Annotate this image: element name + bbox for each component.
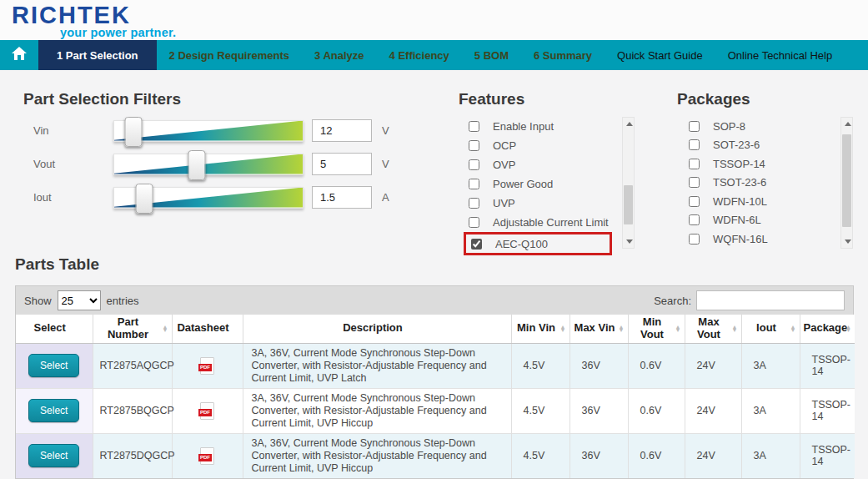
package-wqfn-16l-checkbox[interactable] (689, 234, 700, 245)
page-header: RICHTEK your power partner. (0, 0, 868, 40)
search-label: Search: (654, 295, 691, 307)
packages-scroll-thumb[interactable] (842, 134, 851, 227)
col-package[interactable]: Package (800, 315, 855, 343)
packages-list: SOP-8 SOT-23-6 TSSOP-14 TSOT-23-6 WDFN-1… (677, 117, 840, 249)
feature-uvp-checkbox[interactable] (469, 198, 479, 209)
packages-scrollbar[interactable] (840, 117, 853, 249)
col-max-vin[interactable]: Max Vin (569, 315, 628, 343)
link-quick-start-guide[interactable]: Quick Start Guide (605, 40, 715, 70)
col-part-number[interactable]: Part Number (93, 315, 172, 343)
table-header-row: Select Part Number Datasheet Description… (16, 315, 855, 343)
vin-slider[interactable] (113, 120, 304, 142)
vout-value-input[interactable] (312, 153, 372, 175)
max-vin-cell: 36V (569, 343, 628, 388)
scroll-up-icon[interactable] (841, 118, 852, 130)
tab-summary[interactable]: 6 Summary (521, 40, 605, 70)
packages-scroll-track[interactable] (841, 130, 852, 235)
vin-unit: V (382, 124, 389, 137)
package-tssop-14-checkbox[interactable] (689, 159, 700, 169)
feature-aec-q100-checkbox[interactable] (471, 239, 482, 250)
link-online-technical-help[interactable]: Online Technical Help (715, 40, 845, 70)
iout-filter-row: Iout A (23, 186, 389, 209)
parts-table: Select Part Number Datasheet Description… (16, 315, 855, 478)
iout-slider-handle[interactable] (136, 184, 153, 214)
feature-adjustable-current-limit: Adjustable Current Limit (459, 213, 622, 232)
feature-ocp-checkbox[interactable] (469, 140, 479, 151)
max-vout-cell: 24V (685, 433, 741, 478)
select-button[interactable]: Select (28, 444, 79, 467)
search-input[interactable] (696, 290, 845, 310)
vout-slider-handle[interactable] (188, 150, 206, 180)
package-sop-8: SOP-8 (677, 117, 840, 136)
iout-value-input[interactable] (312, 186, 372, 209)
logo-text: RICHTEK (12, 3, 176, 28)
tab-efficiency[interactable]: 4 Efficiency (377, 40, 462, 70)
feature-aec-q100: AEC-Q100 (471, 234, 610, 253)
features-scroll-track[interactable] (623, 130, 634, 235)
package-tsot-23-6: TSOT-23-6 (677, 174, 840, 193)
iout-cell: 3A (741, 388, 800, 433)
vin-slider-handle[interactable] (124, 117, 142, 147)
vin-label: Vin (23, 124, 113, 137)
max-vout-cell: 24V (685, 343, 741, 388)
entries-select[interactable]: 25 (58, 290, 101, 310)
logo-tagline: your power partner. (60, 27, 176, 39)
tab-design-requirements[interactable]: 2 Design Requirements (157, 40, 303, 70)
tab-analyze[interactable]: 3 Analyze (302, 40, 377, 70)
package-wdfn-10l-checkbox[interactable] (689, 196, 700, 207)
feature-power-good-checkbox[interactable] (469, 179, 479, 189)
package-label: SOP-8 (713, 120, 745, 133)
sort-icon (790, 325, 796, 333)
col-max-vout[interactable]: Max Vout (685, 315, 741, 343)
feature-uvp: UVP (459, 194, 622, 213)
select-button[interactable]: Select (28, 354, 79, 377)
scroll-up-icon[interactable] (623, 118, 634, 130)
sort-icon (732, 325, 738, 333)
sort-icon (560, 325, 566, 333)
vin-value-input[interactable] (312, 119, 372, 142)
package-sop-8-checkbox[interactable] (689, 121, 700, 132)
feature-adjustable-current-limit-checkbox[interactable] (469, 217, 479, 228)
package-label: WDFN-6L (713, 214, 761, 226)
feature-ovp: OVP (459, 155, 622, 174)
package-wdfn-6l-checkbox[interactable] (689, 214, 700, 225)
col-iout[interactable]: Iout (741, 315, 800, 343)
iout-cell: 3A (741, 343, 800, 388)
col-min-vout[interactable]: Min Vout (628, 315, 685, 343)
part-selection-filters: Part Selection Filters Vin V Vout V Iout (23, 90, 389, 209)
package-sot-23-6: SOT-23-6 (677, 136, 840, 155)
min-vin-cell: 4.5V (511, 343, 569, 388)
vout-slider[interactable] (113, 154, 304, 175)
col-min-vin[interactable]: Min Vin (511, 315, 569, 343)
sort-icon (675, 325, 681, 333)
feature-enable-input-checkbox[interactable] (469, 121, 479, 132)
entries-label: entries (107, 295, 139, 307)
vout-unit: V (382, 158, 389, 170)
feature-label: OVP (493, 159, 515, 171)
feature-label: OCP (493, 139, 516, 152)
table-toolbar: Show 25 entries Search: (16, 286, 853, 315)
select-button[interactable]: Select (28, 399, 79, 422)
feature-label: Power Good (493, 178, 553, 190)
features-scroll-thumb[interactable] (624, 185, 633, 225)
package-sot-23-6-checkbox[interactable] (689, 139, 700, 150)
min-vin-cell: 4.5V (511, 433, 569, 478)
pdf-icon[interactable]: PDF (200, 447, 214, 465)
pdf-icon[interactable]: PDF (200, 402, 214, 420)
iout-slider[interactable] (113, 187, 304, 209)
feature-power-good: Power Good (459, 174, 622, 194)
tab-part-selection[interactable]: 1 Part Selection (38, 40, 157, 70)
parts-table-title: Parts Table (15, 255, 854, 274)
description-cell: 3A, 36V, Current Mode Synchronous Step-D… (243, 388, 511, 433)
features-scrollbar[interactable] (622, 117, 635, 249)
home-button[interactable] (0, 40, 38, 70)
feature-ovp-checkbox[interactable] (469, 159, 479, 170)
iout-unit: A (382, 191, 389, 204)
scroll-down-icon[interactable] (623, 235, 634, 248)
scroll-down-icon[interactable] (841, 235, 852, 248)
package-tsot-23-6-checkbox[interactable] (689, 177, 700, 188)
min-vout-cell: 0.6V (628, 433, 685, 478)
table-row: Select RT2875BQGCP PDF 3A, 36V, Current … (16, 388, 855, 433)
tab-bom[interactable]: 5 BOM (462, 40, 521, 70)
pdf-icon[interactable]: PDF (200, 357, 214, 375)
